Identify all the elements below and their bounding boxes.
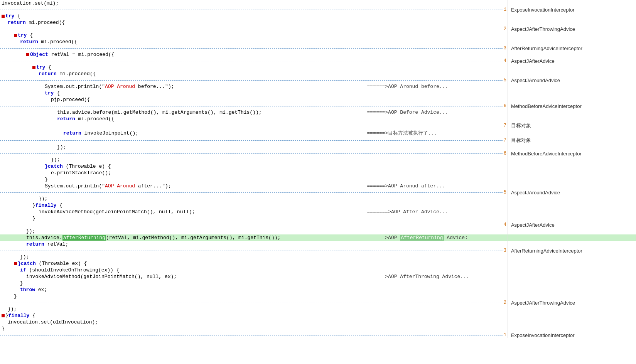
code-cell: } <box>0 293 361 300</box>
breakpoint-icon <box>14 262 17 265</box>
code-cell: try { <box>0 90 361 96</box>
arrow-cell <box>361 32 508 39</box>
label-cell <box>508 286 636 293</box>
arrow-cell <box>361 241 508 248</box>
label-cell <box>508 39 636 45</box>
code-row: return mi.proceed({ <box>0 39 636 45</box>
code-cell: }); <box>0 157 361 163</box>
arrow-cell <box>361 51 508 58</box>
code-row: }catch (Throwable e) { <box>0 163 636 170</box>
code-text: return invokeJoinpoint(); <box>63 130 138 136</box>
sidebar-label: AspectJAfterThrowingAdvice <box>508 300 636 306</box>
label-cell <box>508 183 636 189</box>
code-text: System.out.println("AOP Aronud before...… <box>45 84 174 89</box>
breakpoint-icon <box>32 66 35 69</box>
code-text: try { <box>5 13 20 19</box>
code-cell: this.advice.afterReturning(retVal, mi.ge… <box>0 234 361 241</box>
code-row: try { <box>0 90 636 96</box>
sidebar-label: AfterReturningAdviceInterceptor <box>508 248 636 254</box>
code-row: } <box>0 280 636 286</box>
code-text: } <box>20 280 23 286</box>
label-cell <box>508 96 636 103</box>
code-row: } <box>0 176 636 183</box>
divider-row: 4 AspectJAfterAdvice <box>0 58 636 64</box>
code-cell: invocation.set(oldInvocation); <box>0 319 361 325</box>
arrow-cell <box>361 157 508 163</box>
code-text: try { <box>18 32 33 38</box>
arrow-cell <box>361 260 508 267</box>
level-badge: 5 <box>503 190 508 195</box>
code-row: } <box>0 325 636 332</box>
code-row: pjp.proceed({ <box>0 96 636 103</box>
code-cell: invocation.set(mi); <box>0 0 361 7</box>
label-cell <box>508 109 636 116</box>
main-container: invocation.set(mi); 1 ExposeInvocationIn… <box>0 0 636 364</box>
code-text: try { <box>45 90 60 96</box>
code-cell: System.out.println("AOP Aronud after..."… <box>0 183 361 189</box>
code-text: }catch (Throwable e) { <box>45 163 111 169</box>
breakpoint-icon <box>2 15 5 18</box>
level-badge: 6 <box>503 151 508 156</box>
arrow-cell <box>361 312 508 319</box>
sidebar-label: AfterReturningAdviceInterceptor <box>508 45 636 51</box>
code-text: return retVal; <box>26 241 68 247</box>
label-cell <box>508 241 636 248</box>
code-row: }catch (Throwable ex) { <box>0 260 636 267</box>
arrow-cell <box>361 280 508 286</box>
sidebar-label: AspectJAroundAdvice <box>508 189 636 195</box>
arrow-cell <box>361 319 508 325</box>
sidebar-label: 目标对象 <box>508 137 636 144</box>
code-row: invocation.set(mi); <box>0 0 636 7</box>
label-cell <box>508 0 636 7</box>
code-text: } <box>2 326 5 332</box>
code-cell: }catch (Throwable e) { <box>0 163 361 170</box>
code-text: this.advice.before(mi.getMethod(), mi.ge… <box>57 110 262 115</box>
code-cell: try { <box>0 13 361 19</box>
breakpoint-icon <box>2 314 5 317</box>
arrow-cell: ======>AOP Aronud before... <box>361 83 508 90</box>
arrow-cell <box>361 96 508 103</box>
code-cell: }finally { <box>0 202 361 209</box>
label-cell <box>508 319 636 325</box>
code-cell: } <box>0 280 361 286</box>
code-text: pjp.proceed({ <box>51 97 90 103</box>
code-row: } <box>0 293 636 300</box>
code-text: System.out.println("AOP Aronud after..."… <box>45 183 171 189</box>
code-cell: } <box>0 215 361 222</box>
code-row: Object retVal = mi.proceed({ <box>0 51 636 58</box>
arrow-cell: =======>AOP After Advice... <box>361 209 508 215</box>
label-cell <box>508 170 636 176</box>
code-text: }); <box>51 157 60 163</box>
arrow-cell <box>361 325 508 332</box>
code-row: }); <box>0 228 636 234</box>
code-text: invocation.set(oldInvocation); <box>8 319 98 325</box>
code-row: }); <box>0 195 636 202</box>
sidebar-label: MethodBeforeAdviceInterceptor <box>508 150 636 157</box>
arrow-cell <box>361 90 508 96</box>
label-cell <box>508 280 636 286</box>
code-text: this.advice.afterReturning(retVal, mi.ge… <box>26 235 280 241</box>
arrow-cell: ======>目标方法被执行了... <box>361 129 508 137</box>
code-cell: return mi.proceed({ <box>0 39 361 45</box>
arrow-cell <box>361 215 508 222</box>
arrow-cell <box>361 64 508 71</box>
code-cell: System.out.println("AOP Aronud before...… <box>0 83 361 90</box>
code-row: }); <box>0 144 636 150</box>
label-cell <box>508 215 636 222</box>
level-badge: 2 <box>503 26 508 32</box>
code-row: try { <box>0 32 636 39</box>
code-text: return mi.proceed({ <box>20 39 77 45</box>
code-cell: invokeAdviceMethod(getJoinPointMatch(), … <box>0 273 361 280</box>
divider-row: 1 ExposeInvocationInterceptor <box>0 332 636 338</box>
code-cell: e.printStackTrace(); <box>0 170 361 176</box>
arrow-cell <box>361 306 508 312</box>
divider-row: 5 AspectJAroundAdvice <box>0 189 636 195</box>
code-text: Object retVal = mi.proceed({ <box>30 52 114 57</box>
code-text: try { <box>36 64 51 70</box>
divider-row: 4 AspectJAfterAdvice <box>0 222 636 228</box>
code-row: invocation.set(oldInvocation); <box>0 319 636 325</box>
code-cell: }); <box>0 228 361 234</box>
level-badge: 6 <box>503 103 508 109</box>
divider-row: 2 AspectJAfterThrowingAdvice <box>0 300 636 306</box>
divider-row: 6 MethodBeforeAdviceInterceptor <box>0 150 636 157</box>
